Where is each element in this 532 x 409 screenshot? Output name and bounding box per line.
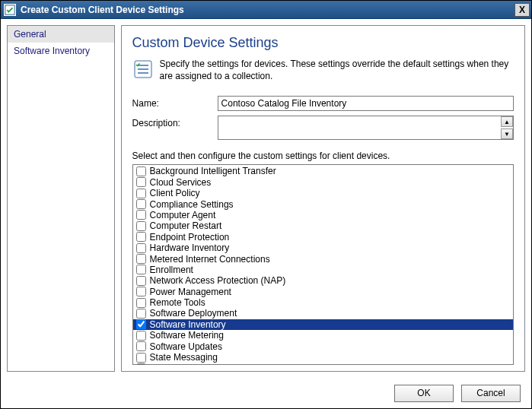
setting-checkbox[interactable] <box>136 341 146 351</box>
setting-row-compliance-settings[interactable]: Compliance Settings <box>133 198 513 209</box>
setting-label: Software Deployment <box>150 308 237 319</box>
setting-label: Power Management <box>150 287 231 297</box>
dialog-footer: OK Cancel <box>1 378 531 408</box>
setting-checkbox[interactable] <box>136 177 146 187</box>
setting-row-software-deployment[interactable]: Software Deployment <box>133 308 513 319</box>
setting-row-metered-internet-connections[interactable]: Metered Internet Connections <box>133 253 513 264</box>
sidebar-item-general[interactable]: General <box>8 26 114 43</box>
close-button[interactable]: X <box>514 3 530 17</box>
description-scrollbar: ▲ ▼ <box>501 116 513 139</box>
setting-row-software-metering[interactable]: Software Metering <box>133 330 513 341</box>
sidebar-item-label: Software Inventory <box>14 46 90 56</box>
setting-checkbox[interactable] <box>136 221 146 231</box>
description-text <box>218 116 501 139</box>
setting-row-endpoint-protection[interactable]: Endpoint Protection <box>133 232 513 243</box>
setting-row-background-intelligent-transfer[interactable]: Background Intelligent Transfer <box>133 166 513 176</box>
setting-row-enrollment[interactable]: Enrollment <box>133 265 513 275</box>
setting-label: User and Device Affinity <box>150 363 247 365</box>
titlebar: Create Custom Client Device Settings X <box>1 1 531 19</box>
sidebar-item-software-inventory[interactable]: Software Inventory <box>8 43 114 59</box>
setting-checkbox[interactable] <box>136 254 146 264</box>
setting-label: Computer Restart <box>150 220 222 231</box>
setting-label: Compliance Settings <box>150 199 234 210</box>
setting-checkbox[interactable] <box>136 199 146 209</box>
name-label: Name: <box>132 96 218 109</box>
setting-row-state-messaging[interactable]: State Messaging <box>133 352 513 363</box>
nav-sidebar: GeneralSoftware Inventory <box>7 25 115 372</box>
intro-text: Specify the settings for devices. These … <box>160 59 514 82</box>
name-row: Name: <box>132 96 514 111</box>
setting-checkbox[interactable] <box>136 276 146 286</box>
ok-button[interactable]: OK <box>394 385 454 402</box>
setting-label: Software Inventory <box>150 319 226 330</box>
setting-label: Software Updates <box>150 341 222 352</box>
close-icon: X <box>519 5 525 15</box>
setting-checkbox[interactable] <box>136 232 146 242</box>
setting-row-user-and-device-affinity[interactable]: User and Device Affinity <box>133 363 513 365</box>
description-label: Description: <box>132 116 218 140</box>
scroll-down-button[interactable]: ▼ <box>501 128 513 139</box>
setting-row-computer-restart[interactable]: Computer Restart <box>133 220 513 231</box>
window-title: Create Custom Client Device Settings <box>21 5 514 15</box>
setting-label: Endpoint Protection <box>150 232 230 243</box>
setting-label: Cloud Services <box>150 177 212 188</box>
setting-checkbox[interactable] <box>136 363 146 365</box>
name-input[interactable] <box>218 96 514 111</box>
app-icon <box>4 4 16 16</box>
scroll-up-button[interactable]: ▲ <box>501 116 513 127</box>
setting-label: State Messaging <box>150 352 218 363</box>
setting-checkbox[interactable] <box>136 265 146 274</box>
setting-label: Background Intelligent Transfer <box>150 166 276 176</box>
setting-row-hardware-inventory[interactable]: Hardware Inventory <box>133 243 513 253</box>
setting-row-power-management[interactable]: Power Management <box>133 286 513 296</box>
setting-checkbox[interactable] <box>136 189 146 198</box>
setting-label: Software Metering <box>150 330 224 341</box>
cancel-button[interactable]: Cancel <box>461 385 521 402</box>
setting-checkbox[interactable] <box>136 287 146 296</box>
setting-checkbox[interactable] <box>136 309 146 319</box>
setting-checkbox[interactable] <box>136 243 146 253</box>
setting-row-network-access-protection-nap-[interactable]: Network Access Protection (NAP) <box>133 275 513 286</box>
setting-checkbox[interactable] <box>136 353 146 363</box>
setting-label: Client Policy <box>150 188 200 198</box>
main-panel: Custom Device Settings Specify the setti… <box>121 25 525 372</box>
setting-label: Remote Tools <box>150 297 205 308</box>
setting-checkbox[interactable] <box>136 166 146 176</box>
setting-row-cloud-services[interactable]: Cloud Services <box>133 177 513 188</box>
setting-checkbox[interactable] <box>136 319 146 329</box>
setting-label: Metered Internet Connections <box>150 254 270 265</box>
setting-label: Hardware Inventory <box>150 243 230 253</box>
page-title: Custom Device Settings <box>132 35 514 51</box>
dialog-body: GeneralSoftware Inventory Custom Device … <box>1 19 531 378</box>
setting-label: Network Access Protection (NAP) <box>150 275 286 286</box>
description-input[interactable]: ▲ ▼ <box>218 116 514 140</box>
setting-checkbox[interactable] <box>136 298 146 308</box>
setting-row-software-inventory[interactable]: Software Inventory <box>133 319 513 330</box>
setting-label: Enrollment <box>150 265 193 275</box>
intro-row: Specify the settings for devices. These … <box>132 59 514 82</box>
setting-label: Computer Agent <box>150 210 216 220</box>
settings-list-label: Select and then configure the custom set… <box>132 151 514 161</box>
setting-row-computer-agent[interactable]: Computer Agent <box>133 210 513 220</box>
sidebar-item-label: General <box>14 29 46 40</box>
setting-row-software-updates[interactable]: Software Updates <box>133 341 513 351</box>
description-row: Description: ▲ ▼ <box>132 116 514 140</box>
checklist-icon <box>132 59 154 80</box>
settings-checklist[interactable]: Background Intelligent TransferCloud Ser… <box>132 164 514 365</box>
setting-row-remote-tools[interactable]: Remote Tools <box>133 297 513 308</box>
setting-row-client-policy[interactable]: Client Policy <box>133 188 513 198</box>
setting-checkbox[interactable] <box>136 331 146 341</box>
setting-checkbox[interactable] <box>136 210 146 220</box>
